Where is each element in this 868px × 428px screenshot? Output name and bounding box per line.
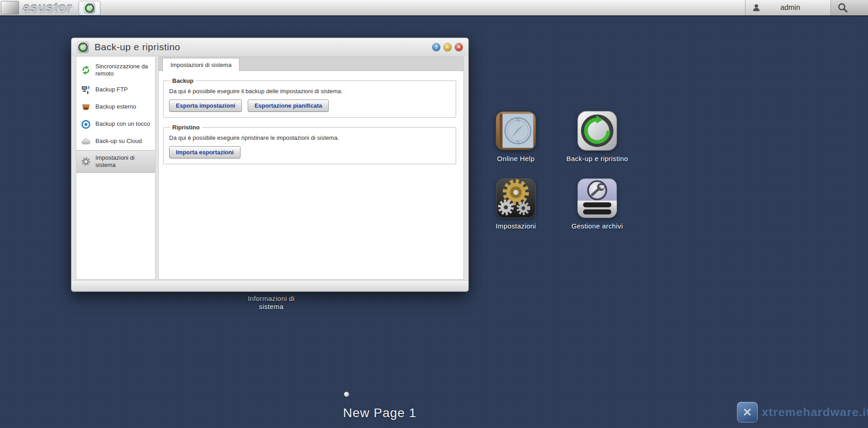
sidebar-item-label: Back-up su Cloud bbox=[95, 138, 142, 145]
desktop-icon-label: Online Help bbox=[484, 155, 547, 163]
asustor-logo: asustor bbox=[23, 0, 71, 15]
restore-section: Ripristino Da qui è possibile eseguire r… bbox=[163, 124, 456, 164]
sidebar-item-ftp-backup[interactable]: Backup FTP bbox=[76, 81, 155, 99]
desktop-icon-backup-restore[interactable]: Back-up e ripristino bbox=[576, 110, 618, 163]
sidebar-item-system-settings[interactable]: Impostazioni di sistema bbox=[76, 150, 155, 173]
page-indicator-dot[interactable] bbox=[344, 392, 349, 397]
one-touch-icon bbox=[81, 119, 91, 129]
desktop-icon-label: Gestione archivi bbox=[566, 222, 629, 230]
tab-bar: Impostazioni di sistema bbox=[159, 57, 463, 71]
taskbar-app-button[interactable] bbox=[79, 1, 100, 15]
tab-system-settings[interactable]: Impostazioni di sistema bbox=[162, 58, 240, 71]
window-titlebar[interactable]: Back-up e ripristino ? − ✕ bbox=[71, 38, 468, 56]
sidebar-item-one-touch-backup[interactable]: Backup con un tocco bbox=[76, 116, 155, 133]
restore-buttons-row: Importa esportazioni bbox=[169, 146, 450, 158]
desktop-icon-label: Informazioni di sistema bbox=[240, 295, 303, 311]
window-title: Back-up e ripristino bbox=[94, 42, 432, 52]
close-button[interactable]: ✕ bbox=[455, 43, 463, 51]
topbar: asustor admin bbox=[0, 0, 868, 16]
backup-buttons-row: Esporta impostazioni Esportazione pianif… bbox=[169, 100, 450, 112]
backup-restore-window: Back-up e ripristino ? − ✕ Sincronizzazi… bbox=[71, 38, 469, 292]
import-export-button[interactable]: Importa esportazioni bbox=[169, 146, 241, 158]
ftp-icon bbox=[81, 85, 91, 95]
external-drive-icon bbox=[81, 102, 91, 112]
sidebar-item-label: Backup FTP bbox=[95, 86, 128, 93]
search-icon bbox=[837, 2, 848, 13]
sidebar: Sincronizzazione da remoto Backup FTP Ba… bbox=[76, 56, 156, 280]
sidebar-item-label: Sincronizzazione da remoto bbox=[95, 63, 152, 78]
window-controls: ? − ✕ bbox=[432, 43, 463, 51]
export-settings-button[interactable]: Esporta impostazioni bbox=[169, 100, 242, 112]
backup-icon bbox=[77, 41, 89, 53]
page-title: New Page 1 bbox=[298, 406, 461, 420]
backup-section-description: Da qui è possibile eseguire il backup de… bbox=[169, 88, 450, 95]
watermark: ✕ xtremehardware.it bbox=[737, 402, 868, 423]
gear-icon bbox=[81, 157, 91, 166]
sidebar-item-label: Impostazioni di sistema bbox=[95, 154, 152, 169]
desktop-icon-system-info[interactable]: Informazioni di sistema bbox=[240, 291, 303, 311]
desktop-icon-online-help[interactable]: Online Help bbox=[495, 110, 537, 163]
content-panel: Impostazioni di sistema Backup Da qui è … bbox=[158, 56, 464, 280]
xtremehardware-logo-icon: ✕ bbox=[737, 402, 758, 423]
user-menu-button[interactable]: admin bbox=[745, 0, 831, 15]
desktop-icon-settings[interactable]: Impostazioni bbox=[495, 177, 537, 230]
sidebar-item-cloud-backup[interactable]: Back-up su Cloud bbox=[76, 133, 155, 150]
cloud-icon bbox=[81, 137, 91, 147]
backup-section-legend: Backup bbox=[170, 77, 196, 84]
backup-icon bbox=[576, 110, 618, 152]
desktop-icon-storage-manager[interactable]: Gestione archivi bbox=[576, 177, 618, 230]
sidebar-item-label: Backup con un tocco bbox=[95, 120, 150, 128]
storage-manager-icon bbox=[576, 177, 618, 219]
sidebar-item-label: Backup esterno bbox=[95, 103, 136, 110]
person-icon bbox=[752, 3, 761, 13]
window-body: Sincronizzazione da remoto Backup FTP Ba… bbox=[76, 56, 464, 280]
minimize-button[interactable]: − bbox=[443, 43, 452, 51]
gears-icon bbox=[495, 177, 537, 219]
window-footer bbox=[71, 280, 468, 291]
search-button[interactable] bbox=[831, 0, 868, 15]
backup-icon bbox=[84, 2, 95, 14]
desktop-icon-label: Impostazioni bbox=[484, 222, 547, 230]
username-label: admin bbox=[780, 4, 800, 12]
backup-section: Backup Da qui è possibile eseguire il ba… bbox=[163, 77, 456, 118]
help-book-icon bbox=[495, 110, 537, 152]
desktop-icon-label: Back-up e ripristino bbox=[566, 155, 629, 163]
scheduled-export-button[interactable]: Esportazione pianificata bbox=[248, 100, 329, 112]
sidebar-item-remote-sync[interactable]: Sincronizzazione da remoto bbox=[76, 59, 155, 81]
sync-icon bbox=[81, 65, 91, 75]
help-button[interactable]: ? bbox=[432, 43, 440, 51]
corner-button[interactable] bbox=[1, 1, 19, 14]
restore-section-description: Da qui è possibile eseguire ripristinare… bbox=[169, 134, 450, 141]
watermark-text: xtremehardware.it bbox=[762, 405, 868, 419]
sidebar-item-external-backup[interactable]: Backup esterno bbox=[76, 99, 155, 116]
desktop: asustor admin Back-up e ripristino ? − ✕ bbox=[0, 0, 868, 428]
restore-section-legend: Ripristino bbox=[170, 124, 202, 131]
